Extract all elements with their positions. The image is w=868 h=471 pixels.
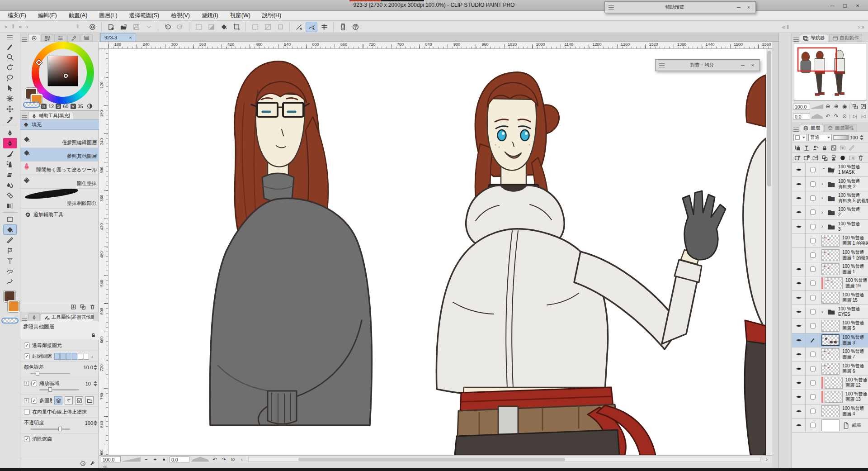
layer-color-mark[interactable]: [821, 377, 823, 389]
minimize-button[interactable]: ─: [736, 5, 742, 10]
tab-color-wheel[interactable]: [28, 34, 40, 42]
add-subtool-button[interactable]: 追加輔助工具: [20, 209, 99, 220]
nav-zoom-slider[interactable]: [811, 104, 823, 109]
layer-thumbnail[interactable]: [825, 277, 843, 289]
fit-to-screen-icon[interactable]: [851, 103, 859, 110]
eye-icon[interactable]: [796, 280, 802, 286]
nav-rotate-cw-button[interactable]: ↷: [832, 113, 840, 120]
color-margin-spinner[interactable]: [93, 364, 97, 371]
vector-stop-checkbox[interactable]: [24, 409, 30, 415]
transparent-color-swatch[interactable]: [23, 102, 40, 108]
reset-defaults-icon[interactable]: [80, 461, 86, 466]
close-button[interactable]: ×: [854, 0, 862, 10]
new-raster-layer-icon[interactable]: [793, 154, 802, 162]
delete-subtool-icon[interactable]: [90, 304, 95, 310]
layer-checkbox[interactable]: [810, 366, 816, 371]
eye-icon[interactable]: [796, 167, 802, 173]
decoration-tool-icon[interactable]: [3, 190, 17, 200]
flip-horizontal-button[interactable]: ▷|: [851, 113, 859, 120]
selection-pen-tool-icon[interactable]: [3, 266, 17, 276]
layer-checkbox[interactable]: [810, 167, 816, 172]
expand-arrow-icon[interactable]: ›: [821, 309, 826, 314]
duplicate-subtool-icon[interactable]: [80, 304, 86, 310]
zoom-value[interactable]: 100.0: [101, 457, 121, 462]
opacity-slider[interactable]: [30, 426, 70, 432]
lock-alpha-icon[interactable]: [830, 144, 838, 152]
eye-icon[interactable]: [796, 394, 802, 400]
invert-selection-button[interactable]: [205, 22, 217, 32]
eye-icon[interactable]: [796, 266, 802, 272]
eye-icon[interactable]: [796, 309, 802, 315]
blend-tool-icon[interactable]: [3, 180, 17, 190]
eye-icon[interactable]: [796, 195, 802, 201]
antialias-checkbox[interactable]: ✓: [24, 436, 30, 442]
layer-opacity-slider[interactable]: [833, 135, 849, 140]
marker-tool-icon[interactable]: [3, 138, 17, 148]
layer-thumbnail[interactable]: [821, 348, 840, 360]
layer-thumbnail[interactable]: [821, 235, 840, 247]
layer-row-圖層-1[interactable]: 100 %普通圖層 1: [792, 262, 868, 276]
tab-tool-property[interactable]: 工具屬性[參照其他圖層]: [41, 313, 94, 321]
csp-logo-button[interactable]: [86, 22, 98, 32]
eye-icon[interactable]: [796, 380, 802, 386]
frame-border-tool-icon[interactable]: [3, 245, 17, 256]
canvas-page[interactable]: [108, 49, 766, 455]
selection-clear-button[interactable]: [274, 22, 286, 32]
layer-row-1-MASK[interactable]: ›100 %普通1 MASK: [792, 163, 868, 177]
expand-icon[interactable]: +: [24, 381, 29, 386]
layer-checkbox[interactable]: [810, 195, 816, 201]
layer-checkbox[interactable]: [810, 181, 816, 187]
layer-checkbox[interactable]: [810, 281, 816, 286]
save-button[interactable]: [130, 22, 142, 32]
color-mode-icon[interactable]: [87, 103, 93, 109]
eraser-tool-icon[interactable]: [3, 169, 17, 180]
eye-icon[interactable]: [796, 408, 802, 414]
panel-menu-icon[interactable]: [22, 317, 27, 321]
undo-button[interactable]: [161, 22, 173, 32]
new-canvas-button[interactable]: [105, 22, 117, 32]
deselect-button[interactable]: [193, 22, 204, 32]
pick-source-icon[interactable]: [811, 144, 820, 152]
layer-checkbox[interactable]: [810, 323, 816, 328]
expand-arrow-icon[interactable]: ›: [821, 181, 826, 186]
zoom-out-button[interactable]: −: [142, 456, 150, 462]
blend-mode-combo[interactable]: 普通: [808, 134, 832, 141]
eye-icon[interactable]: [796, 295, 802, 301]
tab-color-set[interactable]: [41, 34, 53, 42]
document-tab[interactable]: 923-3×: [100, 33, 136, 41]
layer-mask-icon[interactable]: [839, 154, 847, 162]
color-margin-slider[interactable]: [30, 371, 70, 376]
layer-thumbnail[interactable]: [821, 292, 840, 304]
reset-rotation-button[interactable]: ⊙: [229, 456, 236, 462]
tablet-button[interactable]: [337, 22, 349, 32]
apply-mask-icon[interactable]: [848, 154, 856, 162]
crop-button[interactable]: [231, 22, 242, 32]
layer-row-圖層-1-的複製-2[interactable]: 100 %普通圖層 1 的複製 2: [792, 234, 868, 248]
sv-cursor[interactable]: [64, 74, 68, 78]
menu-item-8[interactable]: 說明(H): [256, 11, 287, 20]
menu-item-6[interactable]: 濾鏡(I): [196, 11, 224, 20]
lock-icon[interactable]: [90, 332, 96, 338]
lock-layer-icon[interactable]: [821, 144, 829, 152]
airbrush-tool-icon[interactable]: [3, 159, 17, 169]
close-button[interactable]: ×: [750, 62, 756, 68]
tab-tool-prop-alt[interactable]: [28, 313, 40, 321]
new-folder-icon[interactable]: [811, 154, 820, 162]
transparent-color-swatch[interactable]: [1, 318, 19, 324]
layer-thumbnail[interactable]: [821, 334, 840, 346]
layer-row-紙張[interactable]: 紙張: [792, 419, 868, 433]
layer-checkbox[interactable]: [810, 352, 816, 357]
eyedropper-tool-icon[interactable]: [3, 114, 17, 124]
follow-adjacent-checkbox[interactable]: ✓: [24, 343, 30, 348]
subtool-item-0[interactable]: 僅參照編輯圖層: [20, 134, 99, 148]
subtool-item-3[interactable]: 圍住塗抹: [20, 175, 99, 189]
line-correction-tool-icon[interactable]: [3, 276, 17, 287]
expand-arrow-icon[interactable]: ›: [821, 167, 826, 172]
rotate-ccw-button[interactable]: ↶: [211, 456, 218, 462]
layer-row-圖層-1-的複製[interactable]: 100 %普通圖層 1 的複製: [792, 248, 868, 262]
nav-rotate-ccw-button[interactable]: ↶: [824, 113, 831, 120]
eye-icon[interactable]: [796, 366, 802, 372]
layer-thumbnail[interactable]: [821, 405, 840, 417]
layer-row-圖層-3[interactable]: 100 %普通圖層 3: [792, 333, 868, 347]
layer-checkbox[interactable]: [810, 409, 816, 414]
